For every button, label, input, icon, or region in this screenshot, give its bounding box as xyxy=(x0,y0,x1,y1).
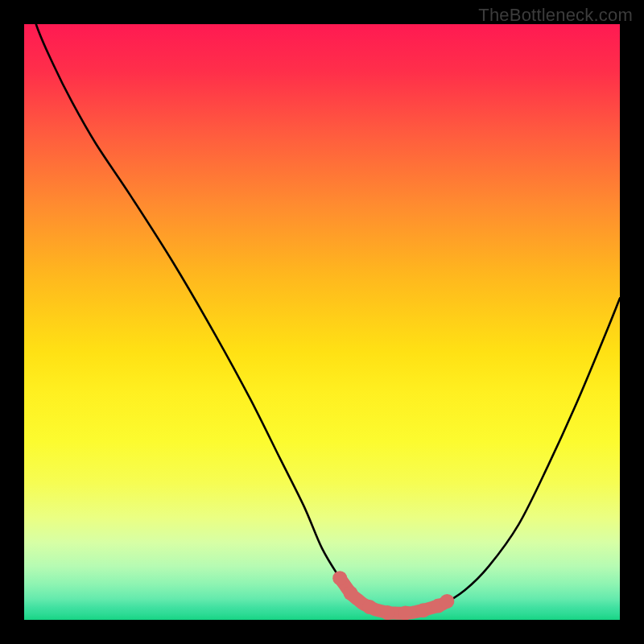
plot-area xyxy=(24,24,620,620)
bottleneck-curve xyxy=(24,24,620,613)
highlight-dot xyxy=(398,605,413,620)
highlight-dot xyxy=(416,603,431,617)
curve-svg xyxy=(24,24,620,620)
chart-frame: TheBottleneck.com xyxy=(0,0,644,644)
highlight-dot xyxy=(440,594,454,609)
highlight-dots xyxy=(332,571,454,620)
highlight-dot xyxy=(380,605,394,620)
highlight-dot xyxy=(362,600,377,614)
highlight-dot xyxy=(344,586,358,601)
watermark-text: TheBottleneck.com xyxy=(478,5,633,26)
highlight-dot xyxy=(332,571,347,585)
